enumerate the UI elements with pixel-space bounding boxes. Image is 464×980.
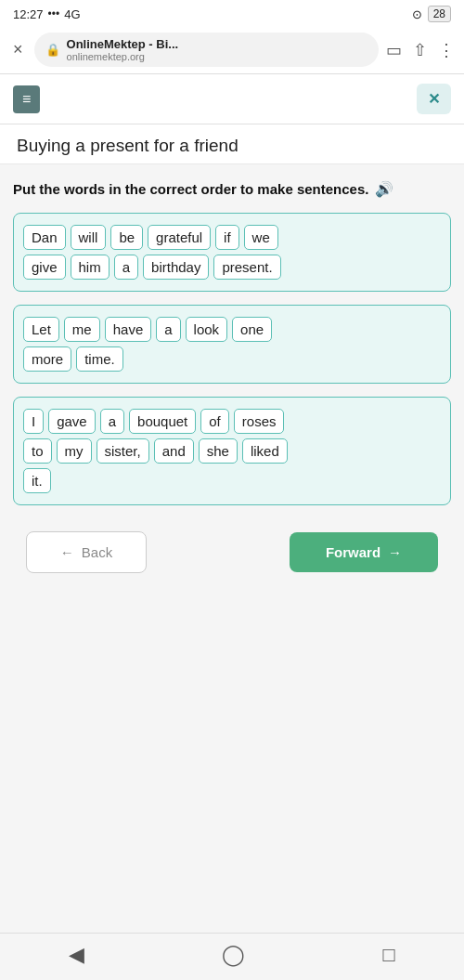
word-chip[interactable]: be bbox=[110, 225, 143, 250]
signal-icon: ••• bbox=[48, 7, 60, 20]
word-chip[interactable]: it. bbox=[23, 468, 51, 493]
browser-actions: ▭ ⇧ ⋮ bbox=[386, 40, 455, 60]
bottom-nav-bar: ◀ ◯ □ bbox=[0, 933, 464, 980]
word-chip[interactable]: Let bbox=[23, 317, 59, 342]
word-chip[interactable]: one bbox=[232, 317, 272, 342]
sentence-2-row-1: Let me have a look one bbox=[23, 317, 441, 342]
word-chip[interactable]: I bbox=[23, 409, 44, 434]
word-chip[interactable]: and bbox=[154, 438, 194, 464]
home-nav-icon[interactable]: ◯ bbox=[222, 943, 245, 967]
sentence-3-row-1: I gave a bouquet of roses bbox=[23, 409, 441, 434]
content-area: Put the words in the correct order to ma… bbox=[0, 164, 464, 601]
word-chip[interactable]: have bbox=[105, 317, 152, 342]
word-chip[interactable]: Dan bbox=[23, 225, 66, 250]
word-chip[interactable]: to bbox=[23, 438, 52, 464]
back-nav-icon[interactable]: ◀ bbox=[69, 943, 84, 967]
word-chip[interactable]: look bbox=[186, 317, 228, 342]
back-button[interactable]: ← Back bbox=[26, 531, 147, 573]
back-arrow-icon: ← bbox=[60, 544, 74, 560]
word-chip[interactable]: will bbox=[71, 225, 107, 250]
word-chip[interactable]: of bbox=[200, 409, 229, 434]
lock-icon: 🔒 bbox=[45, 43, 60, 57]
more-options-icon[interactable]: ⋮ bbox=[438, 40, 455, 60]
sentence-box-1: Dan will be grateful if we give him a bi… bbox=[13, 213, 451, 292]
word-chip[interactable]: me bbox=[64, 317, 100, 342]
word-chip[interactable]: sister, bbox=[97, 438, 149, 464]
sentence-box-2: Let me have a look one more time. bbox=[13, 305, 451, 384]
sentence-3-row-2: to my sister, and she liked bbox=[23, 438, 441, 464]
sentence-box-3: I gave a bouquet of roses to my sister, … bbox=[13, 397, 451, 505]
url-bar[interactable]: 🔒 OnlineMektep - Bi... onlinemektep.org bbox=[34, 33, 379, 67]
word-chip[interactable]: gave bbox=[48, 409, 96, 434]
instruction-text: Put the words in the correct order to ma… bbox=[13, 179, 451, 200]
sentence-3-row-3: it. bbox=[23, 468, 441, 493]
word-chip[interactable]: bouquet bbox=[129, 409, 196, 434]
back-label: Back bbox=[82, 544, 112, 560]
forward-arrow-icon: → bbox=[388, 544, 402, 560]
word-chip[interactable]: roses bbox=[234, 409, 285, 434]
sentence-1-row-2: give him a birthday present. bbox=[23, 255, 441, 280]
status-bar: 12:27 ••• 4G ⊙ 28 bbox=[0, 0, 464, 26]
word-chip[interactable]: birthday bbox=[143, 255, 209, 280]
word-chip[interactable]: grateful bbox=[148, 225, 211, 250]
share-icon[interactable]: ⇧ bbox=[413, 40, 427, 60]
sentence-2-row-2: more time. bbox=[23, 346, 441, 372]
time-display: 12:27 bbox=[13, 7, 44, 21]
network-type: 4G bbox=[64, 7, 80, 21]
battery-indicator: 28 bbox=[428, 6, 451, 22]
word-chip[interactable]: a bbox=[100, 409, 124, 434]
word-chip[interactable]: if bbox=[215, 225, 239, 250]
sentence-1-row-1: Dan will be grateful if we bbox=[23, 225, 441, 250]
site-title: OnlineMektep - Bi... bbox=[67, 37, 367, 51]
word-chip[interactable]: time. bbox=[76, 346, 123, 372]
site-domain: onlinemektep.org bbox=[67, 51, 367, 62]
word-chip[interactable]: give bbox=[23, 255, 66, 280]
browser-close-button[interactable]: × bbox=[9, 40, 27, 59]
word-chip[interactable]: him bbox=[71, 255, 110, 280]
word-chip[interactable]: we bbox=[244, 225, 278, 250]
word-chip[interactable]: my bbox=[57, 438, 92, 464]
forward-button[interactable]: Forward → bbox=[290, 532, 438, 572]
site-info: OnlineMektep - Bi... onlinemektep.org bbox=[67, 37, 367, 62]
speaker-icon[interactable]: 🔊 bbox=[375, 179, 393, 200]
browser-bar: × 🔒 OnlineMektep - Bi... onlinemektep.or… bbox=[0, 26, 464, 74]
word-chip[interactable]: she bbox=[199, 438, 238, 464]
top-toolbar: ≡ ✕ bbox=[0, 74, 464, 124]
recent-nav-icon[interactable]: □ bbox=[383, 943, 395, 967]
hamburger-button[interactable]: ≡ bbox=[13, 85, 40, 113]
forward-label: Forward bbox=[326, 544, 380, 560]
word-chip[interactable]: a bbox=[114, 255, 138, 280]
bookmark-icon[interactable]: ▭ bbox=[386, 40, 402, 60]
word-chip[interactable]: present. bbox=[213, 255, 280, 280]
close-button[interactable]: ✕ bbox=[417, 84, 451, 114]
word-chip[interactable]: more bbox=[23, 346, 71, 372]
word-chip[interactable]: a bbox=[156, 317, 180, 342]
page-title: Buying a present for a friend bbox=[17, 136, 447, 156]
nav-bar: ← Back Forward → bbox=[13, 518, 451, 586]
page-title-area: Buying a present for a friend bbox=[0, 124, 464, 164]
word-chip[interactable]: liked bbox=[242, 438, 288, 464]
wifi-icon: ⊙ bbox=[412, 7, 422, 21]
